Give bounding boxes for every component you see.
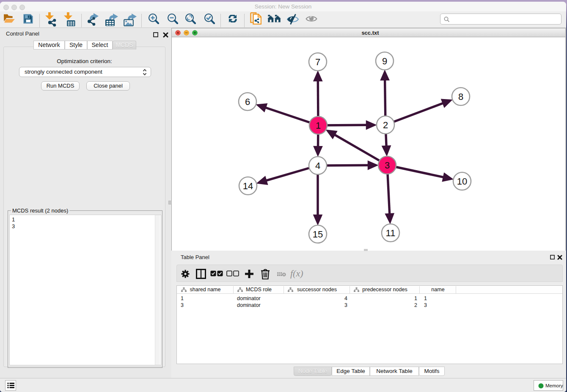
svg-text:4: 4 — [315, 160, 320, 171]
svg-text:14: 14 — [243, 181, 253, 191]
svg-text:10: 10 — [457, 176, 467, 187]
svg-text:15: 15 — [313, 229, 323, 240]
svg-text:2: 2 — [383, 120, 388, 130]
svg-text:1: 1 — [316, 120, 321, 131]
svg-text:3: 3 — [385, 160, 390, 171]
svg-text:8: 8 — [458, 91, 463, 102]
svg-text:11: 11 — [386, 228, 396, 238]
svg-text:9: 9 — [382, 56, 387, 66]
svg-text:7: 7 — [315, 57, 320, 67]
svg-text:6: 6 — [245, 97, 250, 107]
